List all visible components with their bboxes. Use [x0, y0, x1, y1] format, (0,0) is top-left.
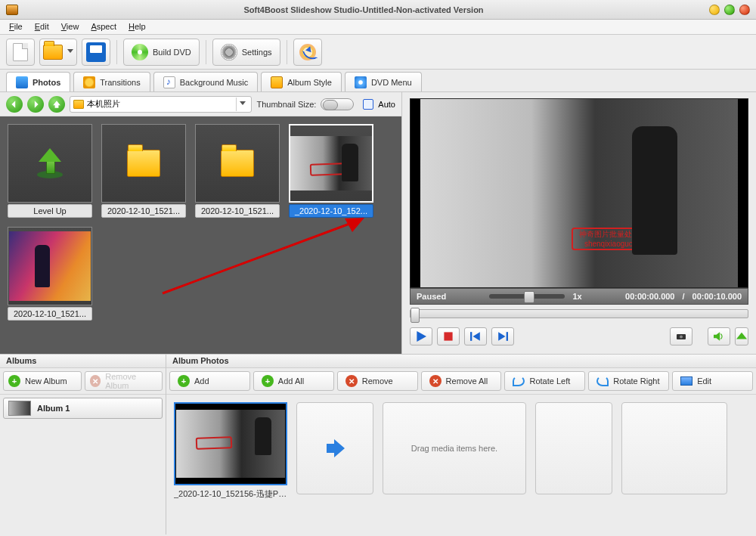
save-icon [86, 42, 106, 62]
albums-list: Album 1 [0, 395, 166, 534]
timeline-thumb [176, 410, 285, 478]
path-input[interactable] [87, 100, 233, 109]
snapshot-button[interactable] [670, 327, 692, 345]
tab-bgmusic[interactable]: Background Music [153, 72, 259, 91]
nav-forward-button[interactable] [27, 96, 44, 113]
plus-icon: + [262, 375, 274, 387]
playback-controls [410, 325, 748, 348]
volume-popup-button[interactable] [735, 327, 748, 345]
build-dvd-button[interactable]: Build DVD [123, 39, 200, 66]
thumb-caption: 2020-12-10_1521... [8, 307, 92, 321]
chevron-down-icon[interactable] [236, 98, 248, 111]
menu-edit[interactable]: Edit [30, 21, 54, 33]
album-item[interactable]: Album 1 [3, 398, 163, 419]
plus-icon: + [8, 375, 20, 387]
auto-label: Auto [378, 100, 395, 109]
app-icon [6, 5, 18, 15]
preview-viewport: 神奇图片批量处理软件 shenqixiaoguo.com [410, 98, 748, 288]
preview-panel: 神奇图片批量处理软件 shenqixiaoguo.com Paused 1x 0… [402, 92, 756, 354]
remove-album-button[interactable]: ✕Remove Album [85, 371, 163, 391]
drop-target[interactable] [621, 402, 727, 494]
about-icon [299, 44, 316, 60]
preview-image: 神奇图片批量处理软件 shenqixiaoguo.com [420, 99, 738, 288]
tab-photos[interactable]: Photos [6, 72, 70, 91]
thumb-caption: 2020-12-10_1521... [195, 204, 280, 218]
rotate-left-button[interactable]: Rotate Left [504, 371, 585, 391]
add-button[interactable]: +Add [169, 371, 250, 391]
album-name: Album 1 [37, 404, 70, 413]
thumb-folder[interactable]: 2020-12-10_1521... [101, 124, 186, 218]
remove-icon: ✕ [90, 375, 101, 387]
menu-file[interactable]: File [5, 21, 27, 33]
tab-dvdmenu[interactable]: DVD Menu [345, 72, 422, 91]
thumb-grid: Level Up 2020-12-10_1521... 2020-12-10_1… [0, 116, 401, 354]
new-button[interactable] [6, 39, 35, 66]
rotate-left-icon [513, 376, 525, 386]
drop-target[interactable]: Drag media items here. [383, 402, 526, 494]
time-total: 00:00:10.000 [692, 292, 742, 301]
photo-icon [16, 76, 28, 88]
remove-all-button[interactable]: ✕Remove All [421, 371, 502, 391]
minimize-button[interactable] [709, 5, 720, 15]
transition-slot[interactable] [296, 402, 373, 494]
thumb-folder[interactable]: 2020-12-10_1521... [195, 124, 280, 218]
add-all-button[interactable]: +Add All [253, 371, 334, 391]
browser-navrow: Thumbnail Size: Auto [0, 92, 401, 116]
file-browser: Thumbnail Size: Auto Level Up 2020-12-10… [0, 92, 402, 354]
menu-help[interactable]: Help [124, 21, 150, 33]
thumb-size-slider[interactable] [321, 98, 354, 110]
open-button[interactable] [39, 39, 77, 66]
edit-icon [680, 376, 692, 386]
speed-slider[interactable] [489, 294, 565, 299]
remove-icon: ✕ [429, 375, 442, 387]
new-icon [13, 43, 28, 61]
path-combobox[interactable] [70, 96, 252, 113]
menu-view[interactable]: View [57, 21, 84, 33]
transition-slot[interactable] [535, 402, 612, 494]
save-button[interactable] [82, 39, 110, 66]
tab-transitions[interactable]: Transitions [73, 72, 150, 91]
svg-rect-1 [470, 332, 472, 341]
new-album-button[interactable]: +New Album [3, 371, 82, 391]
preview-statusbar: Paused 1x 00:00:00.000 / 00:00:10.000 [410, 288, 748, 305]
remove-button[interactable]: ✕Remove [337, 371, 418, 391]
timeline-strip: _2020-12-10_152156-迅捷PDF?.. Drag media i… [166, 395, 756, 534]
maximize-button[interactable] [724, 5, 735, 15]
thumb-image[interactable]: 2020-12-10_1521... [8, 227, 92, 321]
music-icon [163, 76, 175, 88]
timeline-caption: _2020-12-10_152156-迅捷PDF?.. [174, 488, 287, 500]
nav-back-button[interactable] [6, 96, 23, 113]
about-button[interactable] [293, 39, 322, 66]
prev-button[interactable] [464, 327, 487, 345]
timeline-item[interactable]: _2020-12-10_152156-迅捷PDF?.. [174, 402, 287, 500]
thumb-levelup[interactable]: Level Up [8, 124, 92, 218]
menubar: File Edit View Aspect Help [0, 20, 756, 35]
thumb-image-selected[interactable]: _2020-12-10_152... [289, 124, 373, 218]
tab-bgmusic-label: Background Music [180, 78, 249, 87]
thumb-image [9, 231, 91, 301]
tab-dvdmenu-label: DVD Menu [371, 78, 412, 87]
next-button[interactable] [491, 327, 514, 345]
close-button[interactable] [739, 5, 750, 15]
rotate-right-button[interactable]: Rotate Right [588, 371, 669, 391]
bottom-row: Albums +New Album ✕Remove Album Album 1 … [0, 354, 756, 534]
tab-albumstyle[interactable]: Album Style [261, 72, 342, 91]
nav-up-button[interactable] [48, 96, 65, 113]
volume-button[interactable] [708, 327, 730, 345]
svg-rect-0 [444, 332, 452, 340]
remove-icon: ✕ [345, 375, 358, 387]
toolbar: Build DVD Settings [0, 35, 756, 70]
play-button[interactable] [410, 327, 432, 345]
thumb-caption: _2020-12-10_152... [289, 204, 373, 218]
tab-photos-label: Photos [33, 78, 60, 87]
album-icon [271, 76, 283, 88]
separator [287, 40, 287, 64]
auto-checkbox[interactable] [363, 99, 373, 110]
menu-aspect[interactable]: Aspect [86, 21, 121, 33]
stop-button[interactable] [437, 327, 460, 345]
seek-bar[interactable] [410, 307, 748, 321]
edit-button[interactable]: Edit [672, 371, 753, 391]
thumb-image [290, 136, 372, 191]
folder-icon [73, 100, 84, 109]
settings-button[interactable]: Settings [212, 39, 280, 66]
